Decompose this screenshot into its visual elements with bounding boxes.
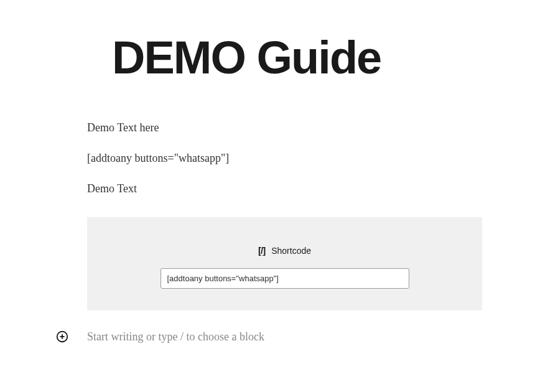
shortcode-block[interactable]: [/] Shortcode [87, 217, 482, 310]
editor-container: DEMO Guide Demo Text here [addtoany butt… [0, 0, 558, 344]
shortcode-label: Shortcode [271, 246, 311, 256]
shortcode-header: [/] Shortcode [124, 245, 445, 256]
paragraph-block[interactable]: Demo Text [87, 182, 482, 195]
shortcode-icon: [/] [258, 245, 265, 256]
paragraph-block[interactable]: [addtoany buttons="whatsapp"] [87, 152, 482, 165]
add-block-row: Start writing or type / to choose a bloc… [55, 329, 558, 344]
plus-circle-icon [55, 330, 69, 343]
content-area: Demo Text here [addtoany buttons="whatsa… [87, 121, 482, 310]
new-block-placeholder[interactable]: Start writing or type / to choose a bloc… [87, 330, 264, 343]
add-block-button[interactable] [55, 329, 70, 344]
shortcode-input[interactable] [160, 268, 409, 289]
page-title[interactable]: DEMO Guide [112, 31, 558, 84]
paragraph-block[interactable]: Demo Text here [87, 121, 482, 134]
